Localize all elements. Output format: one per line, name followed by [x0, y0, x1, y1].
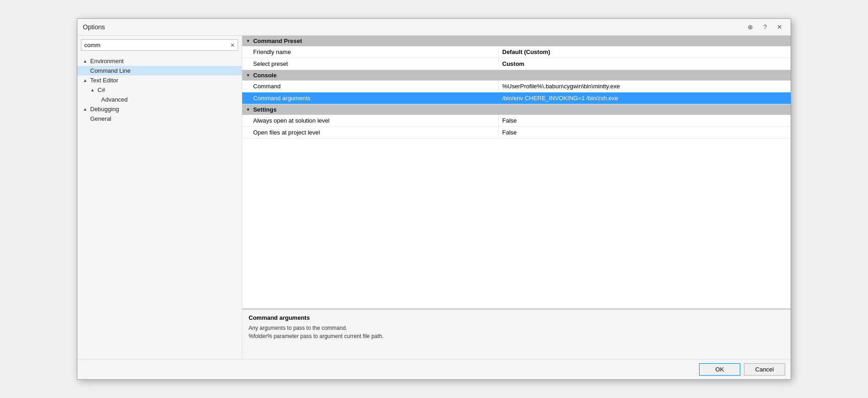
tree-item-text-editor[interactable]: ▲ Text Editor	[77, 75, 242, 85]
tree-label-advanced: Advanced	[101, 96, 128, 103]
prop-row-select-preset[interactable]: Select preset Custom	[242, 58, 791, 70]
prop-name-open-files: Open files at project level	[242, 127, 499, 138]
search-clear-button[interactable]: ✕	[228, 41, 238, 49]
tree-item-debugging[interactable]: ▲ Debugging	[77, 104, 242, 114]
section-expand-console[interactable]: ▼	[246, 73, 250, 78]
section-header-command-preset: ▼ Command Preset	[242, 36, 791, 46]
prop-value-select-preset: Custom	[499, 58, 791, 70]
search-box: ✕	[81, 39, 238, 51]
prop-row-always-open[interactable]: Always open at solution level False	[242, 115, 791, 127]
tree-item-environment[interactable]: ▲ Environment	[77, 56, 242, 66]
search-input[interactable]	[81, 40, 228, 50]
close-button[interactable]: ✕	[774, 22, 785, 32]
description-line-1: Any arguments to pass to the command.	[249, 324, 784, 332]
sidebar-item-advanced[interactable]: Advanced	[77, 95, 242, 104]
description-line-2: %folder% parameter pass to argument curr…	[249, 332, 784, 340]
sidebar-item-command-line[interactable]: Command Line	[77, 66, 242, 75]
description-title: Command arguments	[249, 314, 784, 321]
prop-row-command-arguments[interactable]: Command arguments /bin/env CHERE_INVOKIN…	[242, 92, 791, 104]
prop-row-friendly-name[interactable]: Friendly name Default (Custom)	[242, 46, 791, 58]
description-text: Any arguments to pass to the command. %f…	[249, 324, 784, 340]
prop-row-open-files[interactable]: Open files at project level False	[242, 127, 791, 139]
tree-label-debugging: Debugging	[90, 106, 119, 113]
right-panel: ▼ Command Preset Friendly name Default (…	[242, 36, 791, 359]
prop-value-command-arguments: /bin/env CHERE_INVOKING=1 /bin/zsh.exe	[499, 92, 791, 104]
tree-expand-csharp: ▲	[90, 87, 96, 92]
options-dialog: Options ⊕ ? ✕ ✕ ▲ Environment Comma	[77, 18, 791, 380]
tree-expand-debugging: ▲	[83, 107, 88, 112]
cancel-button[interactable]: Cancel	[744, 363, 785, 376]
section-header-console: ▼ Console	[242, 70, 791, 81]
pin-button[interactable]: ⊕	[745, 22, 756, 32]
section-expand-command-preset[interactable]: ▼	[246, 38, 250, 43]
section-label-settings: Settings	[253, 106, 277, 113]
section-header-settings: ▼ Settings	[242, 104, 791, 115]
dialog-footer: OK Cancel	[77, 359, 791, 379]
properties-area: ▼ Command Preset Friendly name Default (…	[242, 36, 791, 309]
tree-item-csharp[interactable]: ▲ C#	[77, 85, 242, 95]
dialog-body: ✕ ▲ Environment Command Line ▲ Text Edit…	[77, 36, 791, 359]
ok-button[interactable]: OK	[699, 363, 740, 376]
tree-expand-environment: ▲	[83, 59, 88, 64]
prop-value-command: %UserProfile%\.babun\cygwin\bin\mintty.e…	[499, 81, 791, 92]
prop-row-command[interactable]: Command %UserProfile%\.babun\cygwin\bin\…	[242, 81, 791, 92]
section-label-command-preset: Command Preset	[253, 38, 302, 44]
left-panel: ✕ ▲ Environment Command Line ▲ Text Edit…	[77, 36, 242, 359]
tree-view: ▲ Environment Command Line ▲ Text Editor…	[77, 54, 242, 359]
section-expand-settings[interactable]: ▼	[246, 107, 250, 112]
tree-expand-text-editor: ▲	[83, 78, 88, 83]
title-bar: Options ⊕ ? ✕	[77, 19, 791, 36]
prop-name-select-preset: Select preset	[242, 58, 499, 70]
description-area: Command arguments Any arguments to pass …	[242, 309, 791, 359]
prop-name-command: Command	[242, 81, 499, 92]
section-label-console: Console	[253, 72, 277, 79]
prop-value-open-files: False	[499, 127, 791, 138]
prop-name-friendly-name: Friendly name	[242, 46, 499, 58]
tree-label-text-editor: Text Editor	[90, 77, 118, 84]
sidebar-item-general[interactable]: General	[77, 114, 242, 124]
title-bar-controls: ⊕ ? ✕	[745, 22, 785, 32]
prop-value-always-open: False	[499, 115, 791, 126]
prop-name-always-open: Always open at solution level	[242, 115, 499, 126]
dialog-title: Options	[83, 23, 105, 31]
prop-name-command-arguments: Command arguments	[242, 92, 499, 104]
tree-label-csharp: C#	[98, 86, 105, 93]
help-button[interactable]: ?	[760, 22, 770, 32]
tree-label-general: General	[90, 115, 111, 122]
tree-label-environment: Environment	[90, 58, 124, 65]
prop-value-friendly-name: Default (Custom)	[499, 46, 791, 58]
tree-label-command-line: Command Line	[90, 67, 130, 74]
